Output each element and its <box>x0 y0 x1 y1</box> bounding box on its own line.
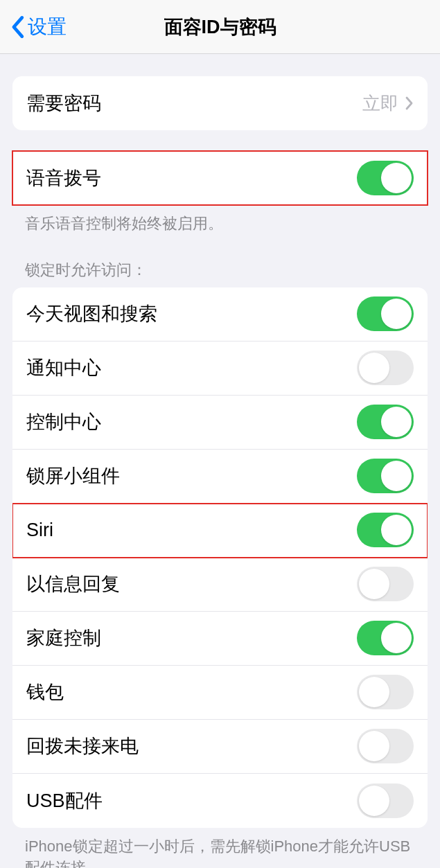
lock-access-row: 回拨未接来电 <box>12 720 428 774</box>
require-passcode-value-wrap: 立即 <box>362 91 414 116</box>
lock-access-toggle[interactable] <box>357 405 414 439</box>
chevron-left-icon <box>10 15 25 39</box>
voice-dial-toggle[interactable] <box>357 161 414 195</box>
require-passcode-value: 立即 <box>362 91 398 116</box>
require-passcode-section: 需要密码 立即 <box>12 76 428 130</box>
page-title: 面容ID与密码 <box>164 15 276 39</box>
lock-access-toggle[interactable] <box>357 459 414 493</box>
lock-access-label: 以信息回复 <box>26 572 120 596</box>
lock-access-row: 通知中心 <box>12 342 428 396</box>
lock-access-label: 家庭控制 <box>26 626 101 650</box>
lock-access-row: 钱包 <box>12 666 428 720</box>
require-passcode-label: 需要密码 <box>26 91 101 116</box>
lock-access-row: USB配件 <box>12 774 428 828</box>
lock-access-toggle[interactable] <box>357 675 414 709</box>
lock-access-label: USB配件 <box>26 788 103 813</box>
lock-access-header: 锁定时允许访问： <box>0 254 440 287</box>
lock-access-section: 今天视图和搜索通知中心控制中心锁屏小组件Siri以信息回复家庭控制钱包回拨未接来… <box>12 287 428 828</box>
lock-access-label: Siri <box>26 520 53 541</box>
usb-footer: iPhone锁定超过一小时后，需先解锁iPhone才能允许USB配件连接。 <box>0 828 440 868</box>
lock-access-label: 锁屏小组件 <box>26 463 120 488</box>
lock-access-toggle[interactable] <box>357 513 414 547</box>
lock-access-toggle[interactable] <box>357 567 414 601</box>
voice-dial-row: 语音拨号 <box>12 151 428 205</box>
back-label: 设置 <box>28 14 67 40</box>
chevron-right-icon <box>405 96 414 110</box>
require-passcode-row[interactable]: 需要密码 立即 <box>12 76 428 130</box>
lock-access-toggle[interactable] <box>357 729 414 763</box>
lock-access-row: 控制中心 <box>12 396 428 450</box>
lock-access-row: 家庭控制 <box>12 612 428 666</box>
header-bar: 设置 面容ID与密码 <box>0 0 440 54</box>
voice-dial-label: 语音拨号 <box>26 166 101 191</box>
lock-access-toggle[interactable] <box>357 783 414 818</box>
lock-access-label: 今天视图和搜索 <box>26 301 157 326</box>
lock-access-label: 回拨未接来电 <box>26 734 139 759</box>
lock-access-label: 控制中心 <box>26 409 101 434</box>
lock-access-label: 通知中心 <box>26 355 101 380</box>
voice-dial-footer: 音乐语音控制将始终被启用。 <box>0 205 440 235</box>
lock-access-label: 钱包 <box>26 680 64 705</box>
lock-access-toggle[interactable] <box>357 621 414 655</box>
voice-dial-section: 语音拨号 <box>12 151 428 205</box>
back-button[interactable]: 设置 <box>0 14 67 40</box>
lock-access-row: Siri <box>12 504 428 558</box>
lock-access-row: 今天视图和搜索 <box>12 287 428 342</box>
lock-access-row: 以信息回复 <box>12 558 428 612</box>
lock-access-toggle[interactable] <box>357 351 414 385</box>
lock-access-toggle[interactable] <box>357 296 414 331</box>
lock-access-row: 锁屏小组件 <box>12 450 428 504</box>
